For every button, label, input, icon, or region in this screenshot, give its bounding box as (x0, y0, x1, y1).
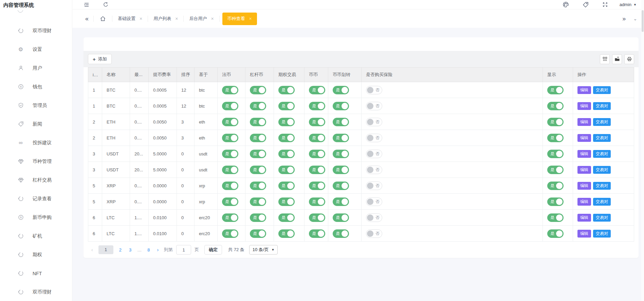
edit-button[interactable]: 编辑 (577, 118, 591, 126)
fiat-toggle[interactable]: 是 (222, 213, 238, 222)
columns-icon[interactable] (600, 54, 610, 64)
show-toggle[interactable]: 是 (547, 182, 564, 190)
home-tab-icon[interactable] (94, 16, 112, 22)
option-toggle[interactable]: 是 (278, 118, 295, 126)
tabs-menu-icon[interactable]: ⌄ (630, 16, 641, 21)
sidebar-item-14[interactable]: 双币理财 (0, 283, 72, 301)
transfer-toggle[interactable]: 是 (333, 182, 349, 190)
show-toggle[interactable]: 是 (547, 86, 564, 94)
scrollbar-thumb[interactable] (642, 10, 644, 32)
transfer-toggle[interactable]: 是 (333, 197, 349, 206)
fiat-toggle[interactable]: 是 (222, 229, 238, 238)
coin-toggle[interactable]: 是 (309, 197, 325, 206)
menu-toggle-icon[interactable] (83, 1, 90, 8)
coin-toggle[interactable]: 是 (309, 102, 325, 110)
lever-toggle[interactable]: 是 (250, 118, 266, 126)
coin-toggle[interactable]: 是 (309, 150, 325, 158)
edit-button[interactable]: 编辑 (577, 166, 591, 174)
transfer-toggle[interactable]: 是 (333, 118, 349, 126)
lever-toggle[interactable]: 是 (250, 197, 266, 206)
tabs-scroll-right-icon[interactable]: » (618, 15, 630, 22)
option-toggle[interactable]: 是 (278, 150, 295, 158)
coin-toggle[interactable]: 是 (309, 182, 325, 190)
close-icon[interactable]: × (211, 16, 214, 21)
tag-icon[interactable] (582, 1, 589, 8)
show-toggle[interactable]: 是 (547, 118, 564, 126)
fiat-toggle[interactable]: 是 (222, 86, 238, 94)
transfer-toggle[interactable]: 是 (333, 229, 349, 238)
show-toggle[interactable]: 是 (547, 166, 564, 174)
transfer-toggle[interactable]: 是 (333, 134, 349, 142)
sidebar-item-4[interactable]: 管理员 (0, 96, 72, 115)
pair-button[interactable]: 交易对 (593, 134, 611, 142)
tab-1[interactable]: 用户列表× (148, 10, 183, 28)
fiat-toggle[interactable]: 是 (222, 102, 238, 110)
option-toggle[interactable]: 是 (278, 213, 295, 222)
fullscreen-icon[interactable] (602, 1, 609, 8)
goto-page-input[interactable] (176, 245, 191, 255)
show-toggle[interactable]: 是 (547, 150, 564, 158)
sidebar-item-0[interactable]: 双币理财 (0, 21, 72, 40)
transfer-toggle[interactable]: 是 (333, 166, 349, 174)
page-1[interactable]: 1 (98, 245, 113, 254)
insurance-toggle[interactable]: 否 (366, 182, 382, 190)
window-scrollbar[interactable] (641, 0, 644, 301)
edit-button[interactable]: 编辑 (577, 230, 591, 238)
option-toggle[interactable]: 是 (278, 197, 295, 206)
pair-button[interactable]: 交易对 (593, 102, 611, 110)
lever-toggle[interactable]: 是 (250, 102, 266, 110)
option-toggle[interactable]: 是 (278, 182, 295, 190)
sidebar-item-3[interactable]: $钱包 (0, 77, 72, 96)
pair-button[interactable]: 交易对 (593, 214, 611, 222)
edit-button[interactable]: 编辑 (577, 102, 591, 110)
fiat-toggle[interactable]: 是 (222, 197, 238, 206)
show-toggle[interactable]: 是 (547, 229, 564, 238)
user-menu[interactable]: admin ▼ (620, 2, 637, 7)
prev-page-icon[interactable]: ‹ (88, 247, 96, 252)
next-page-icon[interactable]: › (153, 247, 162, 252)
option-toggle[interactable]: 是 (278, 229, 295, 238)
fiat-toggle[interactable]: 是 (222, 134, 238, 142)
close-icon[interactable]: × (140, 16, 142, 21)
pair-button[interactable]: 交易对 (593, 230, 611, 238)
option-toggle[interactable]: 是 (278, 102, 295, 110)
show-toggle[interactable]: 是 (547, 197, 564, 206)
tab-3[interactable]: 币种查看× (222, 13, 257, 25)
insurance-toggle[interactable]: 否 (366, 134, 382, 142)
export-icon[interactable] (612, 54, 622, 64)
lever-toggle[interactable]: 是 (250, 213, 266, 222)
pair-button[interactable]: 交易对 (593, 150, 611, 158)
sidebar-item-11[interactable]: 矿机 (0, 227, 72, 245)
tabs-scroll-left-icon[interactable]: « (80, 15, 93, 22)
add-button[interactable]: + 添加 (88, 54, 112, 64)
show-toggle[interactable]: 是 (547, 134, 564, 142)
tab-0[interactable]: 基础设置× (112, 10, 148, 28)
page-3[interactable]: 3 (125, 247, 135, 252)
insurance-toggle[interactable]: 否 (366, 86, 382, 94)
coin-toggle[interactable]: 是 (309, 118, 325, 126)
sort-icon[interactable] (98, 74, 101, 77)
lever-toggle[interactable]: 是 (250, 134, 266, 142)
palette-icon[interactable] (563, 1, 569, 8)
pair-button[interactable]: 交易对 (593, 182, 611, 190)
sidebar-item-5[interactable]: 新闻 (0, 115, 72, 133)
insurance-toggle[interactable]: 否 (366, 166, 382, 174)
page-size-select[interactable]: 10 条/页 ▼ (249, 245, 278, 255)
lever-toggle[interactable]: 是 (250, 150, 266, 158)
insurance-toggle[interactable]: 否 (366, 213, 382, 222)
edit-button[interactable]: 编辑 (577, 86, 591, 94)
confirm-button[interactable]: 确定 (204, 245, 222, 255)
insurance-toggle[interactable]: 否 (366, 150, 382, 158)
refresh-icon[interactable] (102, 1, 109, 8)
sidebar-item-13[interactable]: NFT (0, 264, 72, 283)
show-toggle[interactable]: 是 (547, 102, 564, 110)
insurance-toggle[interactable]: 否 (366, 102, 382, 110)
page-2[interactable]: 2 (115, 247, 125, 252)
page-8[interactable]: 8 (144, 247, 153, 252)
transfer-toggle[interactable]: 是 (333, 150, 349, 158)
lever-toggle[interactable]: 是 (250, 182, 266, 190)
column-header-id[interactable]: id (88, 68, 102, 82)
pair-button[interactable]: 交易对 (593, 198, 611, 206)
lever-toggle[interactable]: 是 (250, 166, 266, 174)
sidebar-item-9[interactable]: 记录查看 (0, 189, 72, 208)
